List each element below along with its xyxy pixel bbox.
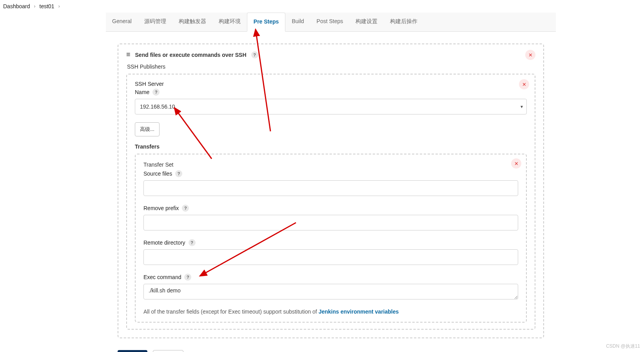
remove-step-button[interactable]: ✕ xyxy=(525,50,535,60)
remove-prefix-label: Remove prefix xyxy=(143,205,179,211)
transfers-label: Transfers xyxy=(135,143,527,150)
exec-command-textarea[interactable] xyxy=(143,284,518,299)
remote-directory-input[interactable] xyxy=(143,249,518,265)
tab-build-settings[interactable]: 构建设置 xyxy=(349,13,384,31)
drag-handle-icon[interactable]: ≡ xyxy=(126,51,131,59)
step-title: Send files or execute commands over SSH xyxy=(135,52,247,58)
apply-button[interactable]: 应用 xyxy=(153,350,183,352)
save-button[interactable]: 保存 xyxy=(118,350,147,352)
config-tabs: General 源码管理 构建触发器 构建环境 Pre Steps Build … xyxy=(106,13,556,32)
jenkins-env-vars-link[interactable]: Jenkins environment variables xyxy=(319,308,399,315)
chevron-right-icon: › xyxy=(34,4,36,9)
remote-directory-label: Remote directory xyxy=(143,240,185,246)
help-icon[interactable]: ? xyxy=(152,89,160,96)
help-icon[interactable]: ? xyxy=(251,51,258,58)
watermark: CSDN @执迷11 xyxy=(606,343,640,350)
source-files-label: Source files xyxy=(143,171,172,177)
server-name-select[interactable]: 192.168.56.10 xyxy=(135,99,527,114)
remove-transfer-button[interactable]: ✕ xyxy=(511,158,521,169)
tab-scm[interactable]: 源码管理 xyxy=(138,13,172,31)
remove-prefix-input[interactable] xyxy=(143,215,518,230)
tab-general[interactable]: General xyxy=(106,13,138,31)
help-icon[interactable]: ? xyxy=(182,205,189,212)
tab-build-env[interactable]: 构建环境 xyxy=(212,13,247,31)
ssh-server-block: ✕ SSH Server Name ? 192.168.56.10 ▾ 高级..… xyxy=(126,74,535,330)
tab-build[interactable]: Build xyxy=(285,13,310,31)
advanced-button[interactable]: 高级... xyxy=(135,122,160,136)
action-bar: 保存 应用 xyxy=(106,346,556,352)
remove-server-button[interactable]: ✕ xyxy=(519,79,529,89)
server-name-label: Name xyxy=(135,89,149,95)
source-files-input[interactable] xyxy=(143,180,518,196)
breadcrumb: Dashboard › test01 › xyxy=(0,0,644,13)
help-icon[interactable]: ? xyxy=(189,239,196,246)
help-icon[interactable]: ? xyxy=(175,170,182,177)
transfer-set-block: ✕ Transfer Set Source files ? Remove pre… xyxy=(135,154,527,323)
ssh-server-group-label: SSH Server xyxy=(135,81,527,87)
transfer-footnote: All of the transfer fields (except for E… xyxy=(143,308,518,315)
tab-triggers[interactable]: 构建触发器 xyxy=(172,13,212,31)
chevron-right-icon: › xyxy=(58,4,60,9)
transfer-set-title: Transfer Set xyxy=(143,161,518,168)
breadcrumb-job[interactable]: test01 xyxy=(40,3,54,9)
ssh-publishers-label: SSH Publishers xyxy=(127,64,535,70)
exec-command-label: Exec command xyxy=(143,274,181,280)
tab-post-build[interactable]: 构建后操作 xyxy=(384,13,424,31)
tab-post-steps[interactable]: Post Steps xyxy=(310,13,350,31)
tab-pre-steps[interactable]: Pre Steps xyxy=(247,13,286,32)
breadcrumb-dashboard[interactable]: Dashboard xyxy=(3,3,30,9)
help-icon[interactable]: ? xyxy=(184,274,191,281)
ssh-step-section: ✕ ≡ Send files or execute commands over … xyxy=(118,44,544,338)
